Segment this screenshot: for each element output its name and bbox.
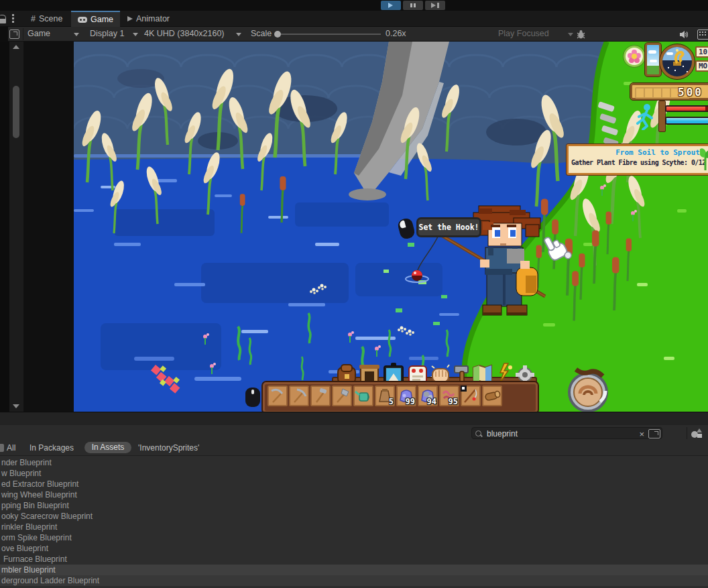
quest-objective: Gather Plant Fibre using Scythe: 0/12 <box>571 159 706 166</box>
scale-slider-track[interactable] <box>275 34 381 35</box>
result-row[interactable]: ed Extractor Blueprint <box>0 479 708 489</box>
scope-inventorysprites[interactable]: 'InventorySprites' <box>138 443 199 453</box>
mute-audio-icon[interactable] <box>678 30 689 40</box>
panel-divider[interactable] <box>0 412 708 425</box>
photo-map-icon <box>384 363 403 384</box>
settings-gear-icon <box>516 365 534 384</box>
hotbar-slot-fibre-pouch[interactable]: 99 <box>396 386 416 406</box>
display-dropdown[interactable]: Display 1 <box>90 29 124 40</box>
tab-animator[interactable]: Animator <box>121 11 176 27</box>
time-display: 10: <box>695 46 708 58</box>
clock-dial <box>660 44 695 79</box>
item-count: 95 <box>449 397 458 406</box>
play-icon <box>388 3 393 8</box>
animator-icon <box>127 16 133 21</box>
clipped-funnel-icon[interactable] <box>0 444 4 452</box>
hotbar-slot-worms[interactable]: 95 <box>439 386 459 406</box>
hotbar-slot-hoe[interactable] <box>310 386 331 406</box>
hotbar-slot-scythe[interactable] <box>268 386 288 406</box>
scale-slider-knob[interactable] <box>274 31 281 38</box>
tab-game[interactable]: Game <box>71 11 120 27</box>
scope-in-assets[interactable]: In Assets <box>84 442 131 453</box>
scroll-down-icon[interactable] <box>13 404 19 408</box>
money-value: 500 <box>678 86 703 99</box>
step-icon <box>431 3 436 8</box>
map-icon <box>473 365 491 383</box>
tab-game-label: Game <box>91 15 113 24</box>
hotbar-slot-wood[interactable] <box>482 386 502 406</box>
scale-label: Scale <box>251 29 272 40</box>
money-bar: 500 <box>630 83 708 100</box>
result-row[interactable]: ooky Scarecrow Blueprint <box>0 511 708 522</box>
clear-search-icon[interactable]: × <box>639 429 644 439</box>
tab-animator-label: Animator <box>136 14 170 23</box>
search-input[interactable] <box>485 428 642 439</box>
hotbar[interactable]: 5 99 94 95 <box>263 382 538 412</box>
project-toolbar: × <box>0 425 708 441</box>
chevron-down-icon <box>74 33 79 36</box>
mouse-hint-icon <box>399 219 415 241</box>
tab-scene[interactable]: # Scene <box>24 11 69 27</box>
pause-button[interactable] <box>403 1 423 10</box>
chevron-down-icon <box>568 33 573 36</box>
search-popup-icon[interactable] <box>648 429 660 438</box>
debug-bug-icon[interactable] <box>576 30 586 40</box>
hotbar-slot-pickaxe[interactable] <box>289 386 309 406</box>
hammer-icon <box>455 366 468 384</box>
asset-filter-icon[interactable] <box>691 428 703 438</box>
result-row[interactable]: Furnace Blueprint <box>0 554 708 565</box>
game-view-menu[interactable]: Game <box>27 29 50 40</box>
stamina-runner-icon <box>634 102 658 130</box>
tab-scene-label: Scene <box>39 14 62 23</box>
result-row-highlighted[interactable]: mbler Blueprint <box>0 565 708 575</box>
view-tab-bar: # Scene Game Animator <box>0 11 708 27</box>
result-row[interactable]: pping Bin Blueprint <box>0 500 708 511</box>
kebab-menu-icon[interactable] <box>12 14 14 16</box>
stall-icon <box>359 365 379 384</box>
game-view-toolbar: Game Display 1 4K UHD (3840x2160) Scale … <box>0 27 708 42</box>
selected-slot-marker <box>461 386 467 392</box>
hotbar-mouse-icon <box>245 388 260 407</box>
scrollbar-thumb[interactable] <box>13 86 19 138</box>
result-row[interactable]: nder Blueprint <box>0 457 708 468</box>
result-row[interactable]: rinkler Blueprint <box>0 522 708 532</box>
result-row[interactable]: w Blueprint <box>0 468 708 479</box>
game-viewport[interactable]: Set the Hook! From Soil to Sprout Gather… <box>74 42 708 412</box>
popup-window-icon[interactable] <box>9 30 19 39</box>
unity-editor-window: # Scene Game Animator Game Display 1 4K … <box>0 0 708 588</box>
play-button[interactable] <box>381 1 401 10</box>
health-bar <box>665 105 708 112</box>
scope-in-packages[interactable]: In Packages <box>30 443 74 453</box>
search-scope-tabs: All In Packages In Assets 'InventorySpri… <box>0 441 708 456</box>
item-count: 5 <box>389 397 394 406</box>
search-field[interactable]: × <box>471 427 662 439</box>
chevron-down-icon <box>133 33 138 36</box>
play-focused-dropdown[interactable]: Play Focused <box>498 29 549 40</box>
calendar-icon <box>409 366 426 384</box>
menu-icon-row[interactable] <box>337 362 538 385</box>
resolution-dropdown[interactable]: 4K UHD (3840x2160) <box>144 29 225 40</box>
season-flower-badge <box>624 46 645 67</box>
search-icon <box>475 430 481 436</box>
result-row[interactable]: derground Ladder Blueprint <box>0 575 708 586</box>
weather-meter <box>645 43 661 76</box>
scale-value: 0.26x <box>386 29 406 40</box>
result-row[interactable]: orm Spike Blueprint <box>0 532 708 543</box>
keyboard-icon[interactable] <box>697 30 708 40</box>
scope-all[interactable]: All <box>7 443 15 453</box>
scroll-up-icon[interactable] <box>13 45 19 49</box>
result-row[interactable]: ove Blueprint <box>0 543 708 554</box>
left-scrollbar[interactable] <box>9 42 24 412</box>
hotbar-slot-seed-bag[interactable]: 5 <box>375 386 395 406</box>
hotbar-slot-stone-pouch[interactable]: 94 <box>418 386 438 406</box>
hotbar-slot-watering-can[interactable] <box>353 386 373 406</box>
energy-bar <box>665 117 708 125</box>
search-results-list: nder Blueprint w Blueprint ed Extractor … <box>0 456 708 588</box>
hud-pole <box>658 101 666 132</box>
hotbar-slot-fishing-rod[interactable] <box>461 386 481 406</box>
result-row[interactable]: wing Wheel Blueprint <box>0 489 708 500</box>
step-button[interactable] <box>425 1 445 10</box>
day-display: MO <box>695 60 708 72</box>
item-count: 94 <box>427 397 436 406</box>
hotbar-slot-axe[interactable] <box>332 386 352 406</box>
